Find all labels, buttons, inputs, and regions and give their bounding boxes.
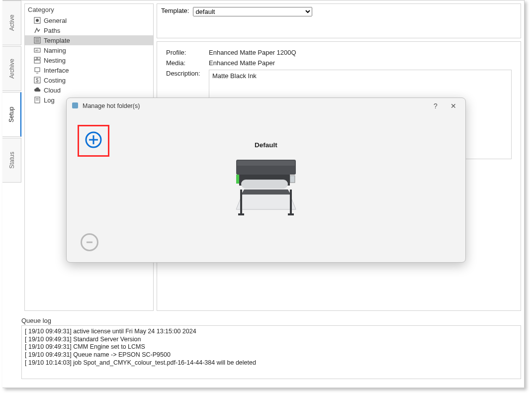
category-item-label: Template [44, 37, 70, 44]
svg-rect-11 [35, 68, 40, 72]
queue-log-title: Queue log [21, 316, 521, 325]
queue-log-line: [ 19/10 09:49:31] Queue name -> EPSON SC… [25, 351, 518, 359]
vtab-archive[interactable]: Archive [2, 46, 21, 91]
svg-rect-18 [72, 102, 78, 108]
category-item-label: Costing [44, 77, 66, 84]
svg-rect-32 [290, 190, 292, 214]
dialog-titlebar[interactable]: Manage hot folder(s) ? ✕ [67, 98, 465, 114]
category-item-label: Cloud [44, 87, 61, 94]
template-icon [34, 37, 41, 44]
category-item-label: Nesting [44, 57, 66, 64]
category-item-interface[interactable]: Interface [25, 65, 153, 75]
template-header: Template: default [157, 3, 521, 38]
log-icon [34, 97, 41, 103]
category-item-naming[interactable]: ab Naming [25, 45, 153, 55]
category-item-label: Paths [44, 27, 60, 34]
svg-marker-30 [241, 190, 291, 195]
profile-value: Enhanced Matte Paper 1200Q [209, 49, 296, 56]
dialog-title-text: Manage hot folder(s) [83, 102, 140, 109]
svg-rect-8 [34, 57, 37, 60]
svg-point-1 [36, 19, 39, 22]
hot-folder-default-label: Default [67, 141, 465, 149]
category-item-label: Interface [44, 67, 69, 74]
svg-rect-31 [240, 190, 242, 214]
app-icon [72, 102, 79, 110]
queue-log-body[interactable]: [ 19/10 09:49:31] active license until F… [21, 325, 521, 379]
category-item-nesting[interactable]: Nesting [25, 55, 153, 65]
dialog-help-button[interactable]: ? [429, 102, 443, 110]
interface-icon [34, 67, 41, 74]
svg-rect-34 [288, 213, 294, 215]
queue-log-panel: Queue log [ 19/10 09:49:31] active licen… [21, 316, 521, 386]
svg-text:$: $ [36, 78, 39, 83]
media-label: Media: [166, 59, 206, 67]
svg-rect-9 [37, 57, 40, 59]
category-item-costing[interactable]: $ Costing [25, 75, 153, 85]
naming-icon: ab [34, 47, 41, 54]
costing-icon: $ [34, 77, 41, 84]
category-item-label: Log [44, 97, 55, 104]
queue-log-line: [ 19/10 09:49:31] active license until F… [25, 328, 518, 336]
svg-rect-28 [241, 180, 288, 189]
category-item-cloud[interactable]: Cloud [25, 85, 153, 95]
nesting-icon [34, 57, 41, 64]
template-label: Template: [161, 7, 189, 14]
category-item-label: General [44, 17, 67, 24]
svg-rect-26 [290, 176, 295, 183]
vtab-status[interactable]: Status [2, 138, 21, 183]
category-item-label: Naming [44, 47, 66, 54]
vtab-active[interactable]: Active [2, 0, 21, 45]
template-select[interactable]: default [193, 7, 312, 16]
svg-rect-33 [238, 213, 244, 215]
vertical-tabs: Active Archive Setup Status [2, 0, 22, 389]
manage-hot-folders-dialog: Manage hot folder(s) ? ✕ Default [66, 98, 466, 263]
svg-text:ab: ab [35, 49, 39, 52]
svg-rect-25 [236, 175, 239, 184]
media-value: Enhanced Matte Paper [209, 59, 275, 67]
queue-log-line: [ 19/10 10:14:03] job Spot_and_CMYK_colo… [25, 359, 518, 367]
queue-log-line: [ 19/10 09:49:31] CMM Engine set to LCMS [25, 343, 518, 351]
svg-rect-10 [34, 60, 40, 63]
category-item-paths[interactable]: Paths [25, 25, 153, 35]
svg-rect-24 [237, 161, 295, 166]
category-item-general[interactable]: General [25, 15, 153, 25]
dot-icon [34, 17, 41, 24]
printer-icon [226, 155, 306, 219]
hot-folder-display: Default [67, 141, 465, 219]
dialog-close-button[interactable]: ✕ [446, 102, 460, 110]
paths-icon [34, 27, 41, 34]
app-window: Active Archive Setup Status Category Gen… [2, 0, 525, 388]
category-item-template[interactable]: Template [25, 35, 153, 45]
category-list: General Paths Template ab [25, 15, 153, 105]
category-title: Category [25, 4, 153, 15]
cloud-icon [34, 87, 41, 94]
vtab-setup[interactable]: Setup [2, 92, 21, 137]
dialog-body: Default [67, 114, 465, 262]
profile-label: Profile: [166, 49, 206, 56]
remove-hot-folder-button[interactable] [81, 233, 98, 251]
queue-log-line: [ 19/10 09:49:31] Standard Server Versio… [25, 336, 518, 344]
